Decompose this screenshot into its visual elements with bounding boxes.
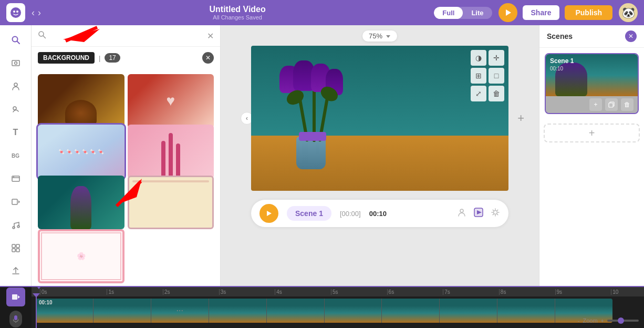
canvas-area: 75% ‹ [221, 25, 539, 286]
sidebar-props-btn[interactable] [4, 99, 27, 120]
scene-1-time: 00:10 [550, 66, 563, 71]
share-button[interactable]: Share [523, 5, 560, 20]
scene-avatar-btn[interactable] [457, 207, 466, 221]
bg-image-candy[interactable]: 🍬🍬🍬 🍬🍬🍬 [38, 125, 124, 179]
zoom-plus[interactable]: + [601, 317, 604, 324]
svg-marker-3 [506, 9, 511, 16]
canvas-overlay-controls: ◑ ✛ ⊞ □ ⤢ 🗑 [471, 50, 504, 101]
zoom-bar[interactable]: 75% [362, 30, 397, 42]
sidebar-elements-btn[interactable] [4, 238, 27, 259]
sidebar-scenes-btn[interactable] [4, 53, 27, 74]
canvas-contrast-btn[interactable]: ◑ [471, 50, 486, 66]
sidebar-character-btn[interactable] [4, 76, 27, 97]
svg-rect-6 [12, 60, 19, 66]
sidebar-bg-btn[interactable]: BG [4, 145, 27, 166]
scene-play-button[interactable] [259, 204, 278, 223]
search-icon [38, 30, 46, 41]
bg-image-food[interactable] [38, 74, 124, 128]
scene-time-start: [00:00] [340, 210, 361, 218]
timeline-playhead[interactable] [36, 296, 37, 328]
sidebar-upload-btn[interactable] [4, 261, 27, 282]
canvas-delete-btn[interactable]: 🗑 [489, 86, 504, 101]
svg-point-2 [16, 11, 18, 13]
canvas-fullscreen-btn[interactable]: ⤢ [471, 86, 486, 101]
mode-toggle[interactable]: Full Lite [434, 7, 492, 19]
scenes-panel-close[interactable]: ✕ [625, 30, 637, 42]
mode-full[interactable]: Full [434, 7, 463, 19]
sidebar-music-btn[interactable] [4, 214, 27, 235]
zoom-slider[interactable] [607, 320, 639, 322]
scene-1-label: Scene 1 [550, 57, 574, 65]
main-layout: T BG love ✕ BACKGR [0, 25, 644, 286]
bg-image-pink-stems[interactable] [128, 125, 214, 179]
nav-back[interactable]: ‹ [32, 7, 35, 18]
scene-thumbnail-1[interactable]: Scene 1 00:10 + 🗑 [545, 53, 639, 114]
svg-rect-18 [12, 249, 15, 252]
search-clear-button[interactable]: ✕ [207, 31, 214, 41]
user-avatar[interactable]: 🐼 [619, 3, 638, 22]
svg-line-21 [43, 36, 46, 38]
search-panel: love ✕ BACKGROUND | 17 ✕ ♥ [32, 25, 221, 286]
svg-rect-32 [14, 315, 17, 320]
topbar-nav: ‹ › [32, 7, 41, 18]
background-image-grid: ♥ 🍬🍬🍬 🍬🍬🍬 [32, 74, 220, 286]
scene-media-btn[interactable] [473, 207, 484, 221]
zoom-label: Zoom [583, 317, 597, 324]
scenes-panel-title: Scenes [547, 32, 573, 40]
mode-lite[interactable]: Lite [463, 7, 492, 19]
topbar-actions: Share Publish [498, 3, 612, 22]
scene-duration: 00:10 [369, 210, 387, 218]
zoom-minus[interactable]: - [578, 317, 580, 324]
bg-section-close[interactable]: ✕ [202, 52, 214, 64]
left-sidebar: T BG [0, 25, 32, 286]
sidebar-search-btn[interactable] [4, 29, 27, 50]
scene-delete-button[interactable]: 🗑 [621, 98, 633, 111]
bg-image-cream-frame[interactable] [128, 176, 214, 230]
scene-name-button[interactable]: Scene 1 [287, 206, 331, 221]
canvas-add-button[interactable]: + [517, 111, 524, 125]
svg-point-15 [17, 226, 19, 228]
svg-rect-12 [12, 199, 17, 204]
topbar-title-area: Untitled Video All Changes Saved [47, 5, 428, 20]
timeline-mic-icon[interactable] [9, 311, 22, 327]
bg-image-teal-tulip[interactable] [38, 176, 124, 230]
canvas-move-btn[interactable]: ✛ [489, 50, 504, 66]
sidebar-video-btn[interactable] [4, 191, 27, 212]
scene-add-button[interactable]: + [589, 98, 602, 111]
scene-duplicate-button[interactable] [605, 98, 618, 111]
canvas-grid-btn[interactable]: ⊞ [471, 68, 486, 84]
svg-marker-13 [18, 200, 20, 203]
publish-button[interactable]: Publish [565, 5, 612, 20]
svg-point-14 [13, 227, 15, 229]
bg-image-rose-frame[interactable]: 🌸 [38, 229, 124, 283]
app-logo[interactable] [6, 3, 25, 22]
timeline-ruler: 0s 1s 2s 3s 4s 5s 6s 7s 8s 9s 10 [32, 287, 644, 296]
svg-point-28 [494, 210, 497, 214]
svg-point-11 [13, 177, 14, 178]
scene-controls-bar: Scene 1 [00:00] 00:10 [251, 195, 508, 227]
svg-rect-16 [12, 244, 15, 248]
svg-point-9 [13, 107, 16, 110]
svg-point-0 [11, 7, 21, 18]
svg-point-7 [14, 62, 17, 65]
preview-play-button[interactable] [498, 3, 517, 22]
nav-forward[interactable]: › [38, 7, 41, 18]
zoom-level: 75% [369, 32, 382, 40]
scene-action-icons [457, 207, 500, 221]
bg-image-heart[interactable]: ♥ [128, 74, 214, 128]
svg-rect-30 [12, 294, 17, 300]
search-input[interactable]: love [50, 32, 203, 40]
svg-point-24 [460, 209, 463, 212]
sidebar-media-btn[interactable] [4, 168, 27, 189]
timeline-video-icon[interactable] [6, 288, 25, 306]
svg-marker-23 [267, 211, 272, 216]
zoom-thumb[interactable] [618, 317, 624, 324]
add-scene-button[interactable]: + [544, 124, 640, 142]
svg-rect-19 [16, 249, 19, 252]
scene-settings-btn[interactable] [491, 207, 500, 221]
sidebar-text-btn[interactable]: T [4, 122, 27, 143]
timeline-main: 0s 1s 2s 3s 4s 5s 6s 7s 8s 9s 10 [32, 287, 644, 328]
svg-marker-31 [18, 295, 20, 299]
canvas-crop-btn[interactable]: □ [489, 68, 504, 84]
bg-section-header: BACKGROUND | 17 ✕ [38, 52, 214, 64]
